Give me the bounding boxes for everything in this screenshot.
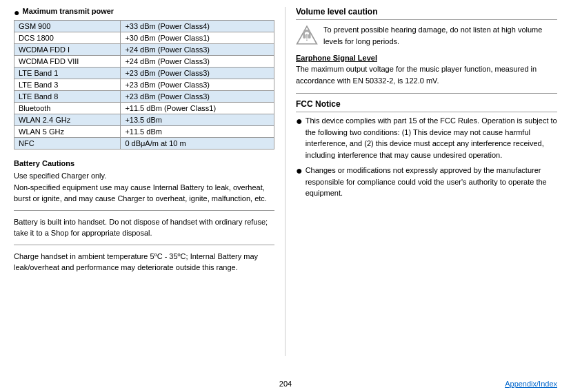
fcc-bullet-2-text: Changes or modifications not expressly a…	[305, 165, 557, 199]
volume-warning-text: To prevent possible hearing damage, do n…	[323, 24, 557, 47]
table-cell-label: LTE Band 8	[14, 90, 121, 102]
table-row: LTE Band 3+23 dBm (Power Class3)	[14, 79, 274, 90]
earphone-title-underline: Earphone Signal Level	[296, 54, 377, 62]
max-transmit-header: ● Maximum transmit power	[14, 7, 274, 19]
table-cell-value: +24 dBm (Power Class3)	[121, 43, 274, 55]
fcc-bullet-1: ● This device complies with part 15 of t…	[296, 115, 557, 161]
table-cell-value: +11.5 dBm	[121, 125, 274, 137]
table-cell-label: DCS 1800	[14, 32, 121, 43]
table-cell-label: WCDMA FDD VIII	[14, 55, 121, 67]
table-row: WLAN 2.4 GHz+13.5 dBm	[14, 114, 274, 125]
earphone-title: Earphone Signal Level	[296, 54, 557, 62]
divider-2	[14, 245, 274, 245]
earphone-text: The maximum output voltage for the music…	[296, 63, 557, 86]
battery-title-text: Battery Cautions	[14, 159, 74, 167]
table-cell-label: LTE Band 3	[14, 79, 121, 90]
power-table: GSM 900+33 dBm (Power Class4)DCS 1800+30…	[14, 20, 274, 149]
page-footer: 204 Appendix/Index	[0, 377, 571, 392]
battery-para3: Charge handset in ambient temperature 5º…	[14, 251, 274, 274]
volume-section: Volume level caution ! To prevent possib…	[296, 7, 557, 47]
left-column: ● Maximum transmit power GSM 900+33 dBm …	[14, 7, 286, 356]
fcc-bullet-2: ● Changes or modifications not expressly…	[296, 165, 557, 199]
table-cell-value: +24 dBm (Power Class3)	[121, 55, 274, 67]
table-row: NFC0 dBμA/m at 10 m	[14, 137, 274, 149]
table-cell-label: LTE Band 1	[14, 67, 121, 79]
battery-para1: Use specified Charger only. Non-specifie…	[14, 170, 274, 205]
divider-1	[14, 210, 274, 211]
table-cell-label: NFC	[14, 137, 121, 149]
table-row: WCDMA FDD I+24 dBm (Power Class3)	[14, 43, 274, 55]
footer-right: Appendix/Index	[376, 380, 557, 388]
table-cell-value: +23 dBm (Power Class3)	[121, 67, 274, 79]
fcc-bullet-1-text: This device complies with part 15 of the…	[305, 115, 557, 161]
table-cell-label: WLAN 2.4 GHz	[14, 114, 121, 125]
table-cell-value: +13.5 dBm	[121, 114, 274, 125]
table-cell-label: Bluetooth	[14, 102, 121, 114]
fcc-bullet-dot-1: ●	[296, 115, 303, 127]
page-number: 204	[195, 380, 377, 388]
battery-section: Battery Cautions Use specified Charger o…	[14, 158, 274, 274]
right-column: Volume level caution ! To prevent possib…	[286, 7, 557, 356]
table-row: GSM 900+33 dBm (Power Class4)	[14, 20, 274, 32]
max-transmit-title: Maximum transmit power	[22, 7, 114, 15]
battery-title: Battery Cautions	[14, 158, 274, 169]
earphone-section: Earphone Signal Level The maximum output…	[296, 54, 557, 86]
table-cell-value: +11.5 dBm (Power Class1)	[121, 102, 274, 114]
table-row: WLAN 5 GHz+11.5 dBm	[14, 125, 274, 137]
table-cell-value: +30 dBm (Power Class1)	[121, 32, 274, 43]
table-cell-label: GSM 900	[14, 20, 121, 32]
warning-icon: !	[296, 24, 318, 46]
table-row: Bluetooth+11.5 dBm (Power Class1)	[14, 102, 274, 114]
volume-title: Volume level caution	[296, 7, 557, 20]
table-row: DCS 1800+30 dBm (Power Class1)	[14, 32, 274, 43]
svg-text:!: !	[305, 32, 308, 43]
table-cell-label: WLAN 5 GHz	[14, 125, 121, 137]
table-row: LTE Band 1+23 dBm (Power Class3)	[14, 67, 274, 79]
table-cell-value: +33 dBm (Power Class4)	[121, 20, 274, 32]
table-cell-label: WCDMA FDD I	[14, 43, 121, 55]
main-content: ● Maximum transmit power GSM 900+33 dBm …	[0, 0, 571, 377]
table-cell-value: +23 dBm (Power Class3)	[121, 79, 274, 90]
fcc-bullet-dot-2: ●	[296, 165, 303, 177]
volume-warning-block: ! To prevent possible hearing damage, do…	[296, 24, 557, 47]
fcc-section: FCC Notice ● This device complies with p…	[296, 99, 557, 199]
divider-3	[296, 93, 557, 94]
table-row: LTE Band 8+23 dBm (Power Class3)	[14, 90, 274, 102]
fcc-title: FCC Notice	[296, 99, 557, 112]
page-container: ● Maximum transmit power GSM 900+33 dBm …	[0, 0, 571, 392]
table-cell-value: +23 dBm (Power Class3)	[121, 90, 274, 102]
bullet-dot: ●	[14, 7, 19, 19]
appendix-link[interactable]: Appendix/Index	[505, 380, 557, 388]
table-row: WCDMA FDD VIII+24 dBm (Power Class3)	[14, 55, 274, 67]
battery-para2: Battery is built into handset. Do not di…	[14, 216, 274, 239]
table-cell-value: 0 dBμA/m at 10 m	[121, 137, 274, 149]
